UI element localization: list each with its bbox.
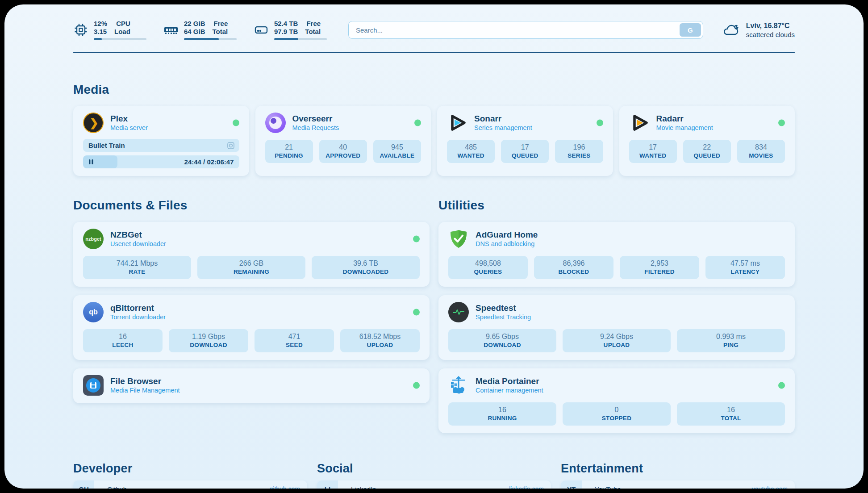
- youtube-name: YouTube: [582, 480, 752, 489]
- radarr-stat-queued: 22QUEUED: [683, 140, 731, 163]
- plex-progress-bar: 24:44 / 02:06:47: [83, 155, 239, 168]
- radarr-name: Radarr: [656, 113, 713, 124]
- plex-status-dot: [233, 120, 239, 126]
- plex-progress-fill: [83, 155, 117, 168]
- sonarr-stat-wanted: 485WANTED: [447, 140, 495, 163]
- memory-total: 64 GiB: [184, 28, 205, 36]
- github-url: github.com: [270, 480, 307, 489]
- portainer-stat-stopped: 0STOPPED: [563, 402, 671, 426]
- cpu-progress-fill: [94, 38, 102, 40]
- filebrowser-icon: [83, 375, 104, 396]
- card-filebrowser[interactable]: File Browser Media File Management: [73, 368, 430, 403]
- overseerr-stat-available: 945AVAILABLE: [373, 140, 421, 163]
- section-title-documents: Documents & Files: [73, 198, 430, 213]
- filebrowser-status-dot: [413, 382, 420, 389]
- disk-stat: 52.4 TB 97.9 TB Free Total: [254, 20, 327, 40]
- adguard-name: AdGuard Home: [476, 230, 538, 240]
- qbittorrent-stat-upload: 618.52 MbpsUPLOAD: [340, 329, 420, 352]
- card-overseerr[interactable]: Overseerr Media Requests 21PENDING 40APP…: [255, 106, 431, 176]
- adguard-stat-latency: 47.57 msLATENCY: [705, 256, 785, 279]
- plex-subtitle: Media server: [110, 124, 148, 132]
- card-nzbget[interactable]: nzbget NZBGet Usenet downloader 744.21 M…: [73, 222, 430, 287]
- overseerr-status-dot: [414, 120, 421, 126]
- section-title-developer: Developer: [73, 462, 307, 476]
- media-session-icon[interactable]: [227, 142, 235, 150]
- disk-total: 97.9 TB: [274, 28, 298, 36]
- filebrowser-name: File Browser: [110, 376, 180, 386]
- sonarr-status-dot: [597, 120, 603, 126]
- memory-free: 22 GiB: [184, 20, 205, 28]
- portainer-subtitle: Container management: [476, 386, 543, 395]
- adguard-icon: [448, 229, 469, 249]
- github-tag: GH: [73, 480, 94, 489]
- memory-stat: 22 GiB 64 GiB Free Total: [163, 20, 237, 40]
- weather-description: scattered clouds: [746, 30, 795, 39]
- section-title-utilities: Utilities: [438, 198, 795, 213]
- search-bar: G: [348, 21, 703, 39]
- search-engine-button[interactable]: G: [680, 23, 701, 37]
- radarr-icon: [629, 113, 650, 133]
- cpu-label-bottom: Load: [114, 28, 130, 36]
- cpu-stat: 12% 3.15 CPU Load: [73, 20, 146, 40]
- plex-icon: ❯: [83, 113, 104, 133]
- radarr-status-dot: [778, 120, 785, 126]
- weather-location: Lviv, 16.87°C: [746, 21, 795, 30]
- card-portainer[interactable]: Media Portainer Container management 16R…: [438, 368, 795, 433]
- card-radarr[interactable]: Radarr Movie management 17WANTED 22QUEUE…: [619, 106, 795, 176]
- memory-progress-track: [184, 38, 237, 40]
- youtube-url: youtube.com: [752, 480, 795, 489]
- cpu-usage: 12%: [94, 20, 107, 28]
- linkedin-tag: LI: [317, 480, 338, 489]
- link-github[interactable]: GH Github github.com: [73, 480, 307, 489]
- card-plex[interactable]: ❯ Plex Media server Bullet Train: [73, 106, 249, 176]
- cpu-label-top: CPU: [114, 20, 130, 28]
- nzbget-stat-rate: 744.21 MbpsRATE: [83, 256, 191, 279]
- memory-label-bottom: Total: [213, 28, 228, 36]
- adguard-stat-filtered: 2,953FILTERED: [620, 256, 699, 279]
- adguard-stat-blocked: 86,396BLOCKED: [534, 256, 613, 279]
- qbittorrent-icon: qb: [83, 302, 104, 322]
- radarr-stat-movies: 834MOVIES: [737, 140, 785, 163]
- plex-now-playing: Bullet Train: [88, 142, 227, 149]
- overseerr-stat-pending: 21PENDING: [265, 140, 313, 163]
- speedtest-icon: [448, 302, 469, 322]
- qbittorrent-stat-seed: 471SEED: [255, 329, 334, 352]
- card-sonarr[interactable]: Sonarr Series management 485WANTED 17QUE…: [437, 106, 613, 176]
- speedtest-stat-download: 9.65 GbpsDOWNLOAD: [448, 329, 556, 352]
- portainer-stat-running: 16RUNNING: [448, 402, 556, 426]
- cpu-progress-track: [94, 38, 146, 40]
- disk-progress-fill: [274, 38, 298, 40]
- card-qbittorrent[interactable]: qb qBittorrent Torrent downloader 16LEEC…: [73, 295, 430, 360]
- qbittorrent-status-dot: [413, 309, 420, 316]
- adguard-stat-queries: 498,508QUERIES: [448, 256, 528, 279]
- portainer-stat-total: 16TOTAL: [677, 402, 785, 426]
- card-speedtest[interactable]: Speedtest Speedtest Tracking 9.65 GbpsDO…: [438, 295, 795, 360]
- card-adguard[interactable]: AdGuard Home DNS and adblocking 498,508Q…: [438, 222, 795, 287]
- speedtest-name: Speedtest: [476, 303, 531, 313]
- memory-progress-fill: [184, 38, 219, 40]
- section-title-entertainment: Entertainment: [561, 462, 795, 476]
- cloud-icon: [722, 22, 741, 38]
- qbittorrent-name: qBittorrent: [110, 303, 166, 313]
- qbittorrent-stat-leech: 16LEECH: [83, 329, 163, 352]
- nzbget-icon: nzbget: [83, 229, 104, 249]
- overseerr-icon: [265, 113, 286, 133]
- weather-widget: Lviv, 16.87°C scattered clouds: [722, 21, 795, 39]
- linkedin-name: LinkedIn: [338, 480, 509, 489]
- search-input[interactable]: [348, 21, 703, 39]
- section-title-media: Media: [73, 83, 795, 97]
- sonarr-subtitle: Series management: [474, 124, 532, 132]
- link-youtube[interactable]: YT YouTube youtube.com: [561, 480, 795, 489]
- disk-label-bottom: Total: [305, 28, 321, 36]
- disk-free: 52.4 TB: [274, 20, 298, 28]
- sonarr-name: Sonarr: [474, 113, 532, 124]
- nzbget-stat-downloaded: 39.6 TBDOWNLOADED: [312, 256, 420, 279]
- speedtest-subtitle: Speedtest Tracking: [476, 313, 531, 322]
- youtube-tag: YT: [561, 480, 582, 489]
- sonarr-stat-queued: 17QUEUED: [501, 140, 549, 163]
- pause-icon[interactable]: [88, 159, 94, 165]
- nzbget-status-dot: [413, 236, 420, 242]
- qbittorrent-stat-download: 1.19 GbpsDOWNLOAD: [169, 329, 248, 352]
- link-linkedin[interactable]: LI LinkedIn linkedin.com: [317, 480, 551, 489]
- filebrowser-subtitle: Media File Management: [110, 386, 180, 395]
